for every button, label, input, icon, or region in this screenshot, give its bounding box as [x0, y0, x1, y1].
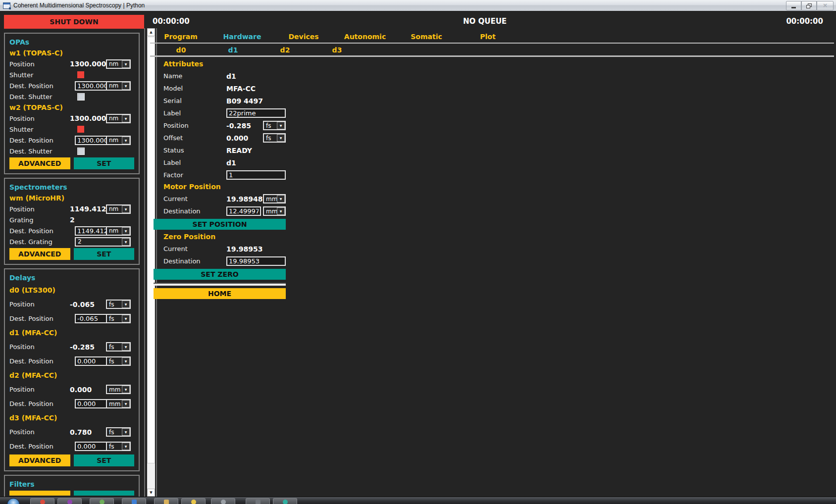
wm-dest-position-unit-select[interactable]: nm ▼ [106, 226, 131, 236]
taskbar-app-8[interactable] [246, 498, 270, 504]
d3-device-name: d3 (MFA-CC) [9, 411, 134, 425]
chevron-down-icon: ▼ [122, 82, 130, 90]
d2-dest-position-unit-select[interactable]: mm ▼ [106, 399, 131, 408]
device-panel-d1: Attributes Name d1 Model MFA-CC Serial B… [154, 58, 286, 301]
d3-dest-position-unit-select[interactable]: fs ▼ [106, 442, 131, 451]
serial-row: Serial B09 4497 [154, 95, 286, 107]
field-label: Destination [163, 257, 226, 265]
d1-position-unit-select[interactable]: fs ▼ [106, 342, 131, 352]
d0-position-unit-select[interactable]: fs ▼ [106, 300, 131, 309]
taskbar-app-7[interactable] [211, 498, 235, 504]
wm-position-unit-select[interactable]: nm ▼ [106, 204, 131, 214]
subtab-d3[interactable]: d3 [311, 45, 363, 55]
w1-position-unit-select[interactable]: nm ▼ [106, 59, 131, 69]
taskbar-app-1[interactable] [30, 498, 54, 504]
dark-app-icon [256, 500, 261, 504]
subtab-d0[interactable]: d0 [155, 45, 207, 55]
status-value: READY [226, 147, 252, 154]
tab-hardware[interactable]: Hardware [211, 31, 273, 43]
start-button[interactable] [7, 498, 20, 504]
opas-group: OPAs w1 (TOPAS-C) Position 1300.000 nm ▼… [4, 33, 140, 174]
w1-dest-position-unit-select[interactable]: nm ▼ [106, 81, 131, 91]
delays-advanced-button[interactable]: ADVANCED [9, 454, 70, 466]
unit-value: nm [107, 82, 122, 89]
w2-position-unit-select[interactable]: nm ▼ [106, 114, 131, 123]
factor-row: Factor [154, 169, 286, 181]
wm-dest-position-input[interactable] [75, 226, 108, 236]
tab-somatic[interactable]: Somatic [396, 31, 457, 43]
minimize-button[interactable] [786, 1, 801, 10]
field-label: Position [9, 205, 70, 213]
model-row: Model MFA-CC [154, 82, 286, 95]
taskbar-app-2[interactable] [57, 498, 82, 504]
close-button[interactable]: ✕ [817, 1, 834, 10]
motor-destination-unit-select[interactable]: mm ▼ [263, 206, 286, 216]
d1-dest-position-input[interactable] [75, 356, 108, 366]
scroll-down-icon[interactable]: ▼ [147, 489, 155, 497]
opas-set-button[interactable]: SET [74, 157, 135, 169]
chevron-down-icon: ▼ [122, 357, 130, 365]
filters-title: Filters [9, 479, 134, 490]
d2-dest-position-input[interactable] [75, 399, 108, 408]
chevron-down-icon: ▼ [122, 205, 130, 213]
field-label: Current [163, 245, 226, 252]
label-input[interactable] [226, 108, 286, 118]
label-static-row: Label d1 [154, 156, 286, 169]
tab-autonomic[interactable]: Autonomic [334, 31, 396, 43]
w2-dest-position-input[interactable] [75, 136, 108, 145]
chevron-down-icon: ▼ [277, 134, 285, 142]
d0-dest-position-unit-select[interactable]: fs ▼ [106, 314, 131, 323]
home-button[interactable]: HOME [154, 288, 286, 299]
taskbar-app-3[interactable] [90, 498, 114, 504]
offset-value: 0.000 [226, 134, 248, 142]
unit-value: nm [107, 137, 122, 144]
filters-set-button[interactable] [74, 491, 135, 496]
opas-title: OPAs [9, 37, 134, 48]
opas-advanced-button[interactable]: ADVANCED [9, 157, 70, 169]
shutdown-button[interactable]: SHUT DOWN [4, 15, 144, 29]
field-label: Dest. Position [9, 443, 70, 450]
d0-dest-position-input[interactable] [75, 314, 108, 323]
tab-plot[interactable]: Plot [457, 31, 519, 43]
taskbar-app-6[interactable] [181, 498, 206, 504]
subtab-d1[interactable]: d1 [207, 45, 259, 55]
zero-destination-input[interactable] [226, 256, 286, 266]
w2-dest-position-unit-select[interactable]: nm ▼ [106, 136, 131, 145]
set-zero-button[interactable]: SET ZERO [154, 269, 286, 280]
spectrometers-advanced-button[interactable]: ADVANCED [9, 248, 70, 260]
d1-dest-position-unit-select[interactable]: fs ▼ [106, 356, 131, 366]
delays-set-button[interactable]: SET [74, 454, 135, 466]
field-label: Current [163, 195, 226, 202]
offset-unit-select[interactable]: fs ▼ [263, 133, 286, 143]
taskbar-app-5[interactable] [154, 498, 178, 504]
filters-button-row [9, 491, 134, 496]
filters-advanced-button[interactable] [9, 491, 70, 496]
w1-dest-shutter-checkbox[interactable] [77, 93, 85, 101]
zero-destination-row: Destination [154, 255, 286, 267]
motor-destination-input[interactable] [226, 206, 261, 216]
taskbar-app-9[interactable] [273, 498, 297, 504]
tab-program[interactable]: Program [150, 31, 211, 43]
field-label: Dest. Position [9, 82, 70, 90]
taskbar-app-4[interactable] [122, 498, 146, 504]
d2-position-unit-select[interactable]: mm ▼ [106, 385, 131, 394]
unit-value: mm [107, 401, 122, 407]
w2-dest-shutter-checkbox[interactable] [77, 148, 85, 155]
wm-device-name: wm (MicroHR) [9, 193, 134, 203]
tab-devices[interactable]: Devices [273, 31, 334, 43]
set-position-button[interactable]: SET POSITION [154, 219, 286, 230]
motor-destination-row: Destination mm ▼ [154, 205, 286, 217]
d3-position-unit-select[interactable]: fs ▼ [106, 427, 131, 437]
motor-current-unit-select[interactable]: mm ▼ [263, 194, 286, 203]
d3-dest-position-input[interactable] [75, 442, 108, 451]
factor-input[interactable] [226, 170, 286, 180]
subtab-d2[interactable]: d2 [259, 45, 311, 55]
position-unit-select[interactable]: fs ▼ [263, 121, 286, 130]
spectrometers-set-button[interactable]: SET [74, 248, 135, 260]
chevron-down-icon: ▼ [122, 137, 130, 144]
w1-dest-position-input[interactable] [75, 81, 108, 91]
wm-dest-grating-select[interactable]: 2 ▼ [75, 237, 131, 247]
windows-taskbar [0, 497, 836, 504]
zero-position-title: Zero Position [154, 231, 286, 243]
restore-button[interactable] [801, 1, 817, 10]
